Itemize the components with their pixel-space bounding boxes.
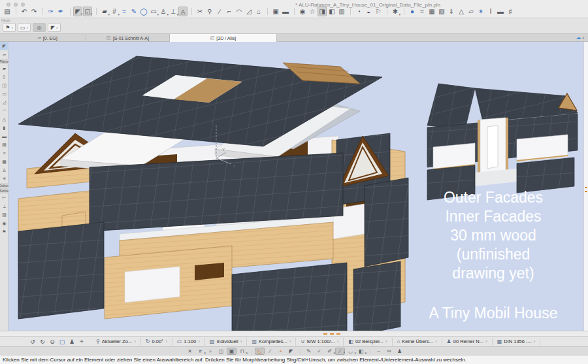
view-forward-icon[interactable]: ↻ [39, 338, 46, 346]
curtain-wall-tool[interactable]: ▦ [0, 157, 8, 166]
arc-segment-icon[interactable]: ◡ [346, 348, 355, 355]
teamwork-cloud-icon[interactable]: ☁ [576, 35, 584, 41]
scale-segment[interactable]: ▭ 1:100 › [172, 338, 205, 346]
fillet-icon[interactable]: ◠ [235, 7, 244, 16]
viewport-3d[interactable]: Y x [8, 42, 588, 331]
update-icon[interactable]: ◒ [364, 7, 373, 16]
tab-3d[interactable]: ◰ [3D / Alle] [170, 34, 277, 42]
wall-tool-icon[interactable]: ▰ [100, 7, 109, 16]
pencil-icon[interactable]: ✎ [304, 348, 314, 355]
view-back-icon[interactable]: ↺ [29, 338, 37, 346]
marker-tool[interactable]: ⚑ [0, 227, 8, 236]
shell-tool[interactable]: ◠ [0, 107, 8, 115]
snap-guides-icon[interactable]: ◫ [216, 348, 226, 355]
tab-section[interactable]: ◫ [S-01 Schnitt A-A] [86, 34, 170, 42]
level-dimension-tool[interactable]: ⊥ [0, 202, 8, 210]
railing-tool[interactable]: ≡ [0, 149, 8, 157]
guide-lines-icon[interactable]: ⊦ [206, 348, 216, 355]
zoom-out-icon[interactable]: ⊖ [48, 338, 56, 346]
undo-icon[interactable]: ↶ [20, 7, 29, 16]
snap-points-icon[interactable]: ▣ [227, 348, 237, 355]
renovation-filter-segment[interactable]: ⌂ Keine Übers... › [393, 338, 442, 346]
magic-wand-icon[interactable]: ✶ [476, 7, 485, 16]
cursor-mode-button[interactable]: ◤ [48, 23, 61, 32]
split-icon[interactable]: ∕ [215, 7, 224, 16]
screen-options-icon[interactable]: ▬ [496, 7, 505, 16]
zone-icon[interactable]: △ [457, 7, 466, 16]
orbit-button[interactable]: ◎ [33, 23, 46, 32]
pen-style-icon[interactable]: ✐ [325, 348, 335, 355]
layout-profile-button[interactable]: ▭ [18, 23, 31, 32]
orientation-segment[interactable]: ↻ 0.00° › [141, 338, 172, 346]
marquee-tool[interactable]: ▱ [0, 50, 8, 59]
bookmark-icon[interactable]: ☆ [308, 7, 317, 16]
settings-icon[interactable]: ✱ [391, 7, 400, 16]
pickup-parameters-icon[interactable]: ✑ [46, 7, 56, 16]
zoom-segment[interactable]: ⚲ Aktueller Zo... › [91, 338, 141, 346]
move-icon[interactable]: ⌂ [254, 7, 263, 16]
object-tool-icon[interactable]: ♙ [159, 7, 168, 16]
grid-snap-icon[interactable]: # [195, 348, 205, 355]
object-tool[interactable]: ♙ [0, 166, 8, 174]
dimension-tool[interactable]: ⊢ [0, 193, 8, 202]
pen-set-segment[interactable]: ▥ Komplettes... › [247, 338, 296, 346]
dimension-standard-segment[interactable]: ▦ DIN 1356 -... › [493, 338, 541, 346]
morph-tool[interactable]: ◬ [0, 115, 8, 124]
schedule-icon[interactable]: ▧ [437, 7, 446, 16]
horizontal-scrollbar[interactable] [0, 331, 588, 336]
morph-tool-icon[interactable]: ◬ [178, 7, 188, 16]
model-view-segment[interactable]: ∪ S/W 1:100/... › [296, 338, 344, 346]
download-icon[interactable]: ⇓ [447, 7, 456, 16]
lock-coordinates-icon[interactable]: ⊓ [237, 348, 247, 355]
layers-icon[interactable]: ▦ [427, 7, 436, 16]
set-square-icon[interactable]: ◺ [255, 348, 265, 355]
navigator-icon[interactable]: ◨ [318, 7, 327, 16]
walk-mode-icon[interactable]: ◔ [354, 7, 363, 16]
tab-floor-plan[interactable]: ▱ [0. EG] [9, 34, 86, 42]
wall-tool[interactable]: ▰ [0, 64, 8, 73]
fit-in-window-icon[interactable]: ▢ [58, 338, 66, 346]
camera-tool[interactable]: ◉ [0, 219, 8, 227]
suspend-groups-icon[interactable]: ▣ [271, 7, 280, 16]
layer-combination-segment[interactable]: ▧ Individuell › [205, 338, 248, 346]
grid-element-icon[interactable]: # [110, 7, 119, 16]
window-tool[interactable]: ◫ [0, 81, 8, 90]
lamp-tool[interactable]: ☀ [0, 174, 8, 183]
column-tool[interactable]: ▮ [0, 124, 8, 132]
dimension-tool-icon[interactable]: ⊥ [169, 7, 178, 16]
slab-tool[interactable]: ▭ [0, 90, 8, 98]
snap-crosshair-icon[interactable]: + [276, 348, 286, 355]
arrow-tool[interactable]: ◤ [0, 42, 8, 50]
spline-segment-icon[interactable]: ~ [374, 348, 384, 355]
resize-icon[interactable]: ◿ [244, 7, 253, 16]
intersect-icon[interactable]: ⌐ [225, 7, 234, 16]
confirm-icon[interactable]: ✓ [314, 348, 324, 355]
save-icon[interactable]: ▤ [3, 7, 12, 16]
publisher-icon[interactable]: ▥ [337, 7, 346, 16]
figure-icon[interactable]: ♟ [395, 348, 404, 355]
fill-drop-icon[interactable]: ✑ [384, 348, 394, 355]
inject-parameters-icon[interactable]: ✒ [56, 7, 65, 16]
stair-tool[interactable]: ▤ [0, 141, 8, 149]
walk-icon[interactable]: ♟ [68, 338, 76, 346]
look-to-icon[interactable]: ⌖ [78, 338, 86, 346]
trim-icon[interactable]: ✂ [195, 7, 204, 16]
vertical-scrollbar[interactable] [583, 42, 588, 331]
viewport-3d-model[interactable]: Y x [8, 42, 588, 331]
beam-tool[interactable]: ▬ [0, 132, 8, 141]
door-tool[interactable]: ▯ [0, 73, 8, 81]
snap-grid-icon[interactable]: ♯ [506, 7, 515, 16]
roof-tool[interactable]: ◿ [0, 98, 8, 107]
properties-icon[interactable]: = [417, 7, 427, 16]
pen-tool-icon[interactable]: ✎ [129, 7, 139, 16]
design-option-segment[interactable]: ♟ 00 Reiner N... › [442, 338, 493, 346]
organizer-icon[interactable]: ◧ [327, 7, 336, 16]
graphic-override-segment[interactable]: ◧ 02 Beispiel... › [344, 338, 392, 346]
lock-icon[interactable]: ▬ [281, 7, 290, 16]
line-type-icon[interactable]: ∕ [335, 348, 345, 355]
construction-cube-icon[interactable]: ◧ [356, 348, 366, 355]
teamwork-user-icon[interactable]: ● [408, 7, 417, 16]
circle-tool-icon[interactable]: ◯ [139, 7, 148, 16]
markup-icon[interactable]: ▱ [466, 7, 476, 16]
coordinate-marquee-icon[interactable]: ✕ [185, 348, 195, 355]
